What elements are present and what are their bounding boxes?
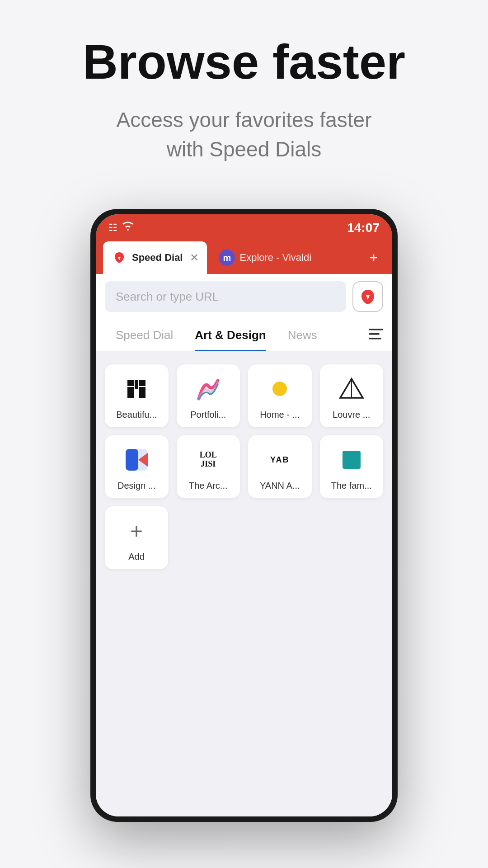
yann-label: YANN A... (253, 481, 306, 491)
vivaldi-logo-icon (111, 250, 127, 266)
design-label: Design ... (110, 481, 163, 491)
mastodon-logo-icon: m (219, 250, 235, 266)
search-placeholder: Search or type URL (116, 290, 219, 304)
hero-title: Browse faster (27, 36, 461, 87)
arc-label: The Arc... (182, 481, 235, 491)
tab-speed-dial[interactable]: Speed Dial ✕ (103, 241, 207, 274)
louvre-icon (337, 374, 366, 403)
svg-rect-8 (139, 387, 145, 398)
status-time: 14:07 (347, 221, 380, 235)
dial-beautifulu[interactable]: Beautifu... (105, 364, 169, 427)
add-speed-dial-button[interactable]: + Add (105, 506, 168, 569)
design-icon (122, 445, 151, 474)
portfolio-label: Portfoli... (182, 410, 235, 420)
dial-arc[interactable]: LOLJISI The Arc... (177, 435, 240, 498)
svg-rect-5 (127, 380, 134, 386)
add-icon: + (122, 516, 151, 545)
status-bar: ☷ 14:07 (96, 214, 392, 241)
svg-rect-1 (369, 329, 383, 330)
phone-screen: ☷ 14:07 Speed Dial ✕ (96, 214, 392, 816)
arc-icon: LOLJISI (194, 445, 223, 474)
dial-yann[interactable]: YAB YANN A... (248, 435, 312, 498)
home-label: Home - ... (253, 410, 306, 420)
news-nav-label: News (288, 328, 317, 342)
art-design-nav-label: Art & Design (195, 328, 266, 342)
dial-portfolio[interactable]: Portfoli... (177, 364, 240, 427)
tab-speed-dial-nav[interactable]: Speed Dial (105, 319, 184, 351)
hero-subtitle: Access your favorites fasterwith Speed D… (27, 105, 461, 164)
document-icon: ☷ (108, 222, 117, 234)
grid-row-2: Design ... LOLJISI The Arc... YAB (105, 435, 383, 498)
hero-section: Browse faster Access your favorites fast… (0, 0, 488, 182)
svg-rect-7 (127, 387, 134, 398)
tab-explore[interactable]: m Explore - Vivaldi (211, 241, 359, 274)
tab-bar: Speed Dial ✕ m Explore - Vivaldi + (96, 241, 392, 274)
browser-content: Search or type URL Speed Dial Art & Desi… (96, 274, 392, 816)
svg-rect-3 (369, 338, 381, 340)
beautifulu-icon (122, 374, 151, 403)
grid-row-add: + Add (105, 506, 383, 569)
portfolio-icon (194, 374, 223, 403)
vivaldi-v-icon (359, 288, 376, 305)
vivaldi-menu-button[interactable] (352, 281, 383, 312)
explore-tab-label: Explore - Vivaldi (239, 252, 311, 264)
fam-icon (337, 445, 366, 474)
speed-dial-nav-label: Speed Dial (116, 328, 173, 342)
svg-rect-4 (135, 380, 138, 389)
yann-icon: YAB (265, 445, 294, 474)
speed-dial-tab-label: Speed Dial (132, 252, 183, 264)
louvre-label: Louvre ... (325, 410, 378, 420)
dial-design[interactable]: Design ... (105, 435, 169, 498)
add-tab-icon: + (370, 250, 378, 266)
nav-menu-icon[interactable] (369, 328, 383, 343)
svg-rect-6 (139, 380, 145, 386)
dial-louvre[interactable]: Louvre ... (320, 364, 384, 427)
svg-rect-2 (369, 333, 380, 335)
svg-rect-14 (126, 449, 138, 471)
search-bar[interactable]: Search or type URL (105, 281, 346, 312)
wifi-icon (122, 222, 134, 234)
svg-rect-16 (343, 451, 361, 469)
status-icons: ☷ (108, 222, 134, 234)
search-row: Search or type URL (96, 274, 392, 319)
grid-row-1: Beautifu... Portfoli... (105, 364, 383, 427)
close-tab-icon[interactable]: ✕ (190, 251, 199, 264)
tab-art-design-nav[interactable]: Art & Design (184, 319, 277, 351)
nav-tabs: Speed Dial Art & Design News (96, 319, 392, 352)
tab-news-nav[interactable]: News (277, 319, 328, 351)
phone-mockup: ☷ 14:07 Speed Dial ✕ (90, 209, 398, 822)
home-icon (265, 374, 294, 403)
fam-label: The fam... (325, 481, 378, 491)
beautifulu-label: Beautifu... (110, 410, 163, 420)
add-label: Add (128, 552, 145, 562)
dial-home[interactable]: Home - ... (248, 364, 312, 427)
add-tab-button[interactable]: + (362, 241, 385, 274)
svg-point-9 (272, 382, 287, 396)
speed-dial-grid: Beautifu... Portfoli... (96, 352, 392, 582)
dial-fam[interactable]: The fam... (320, 435, 384, 498)
